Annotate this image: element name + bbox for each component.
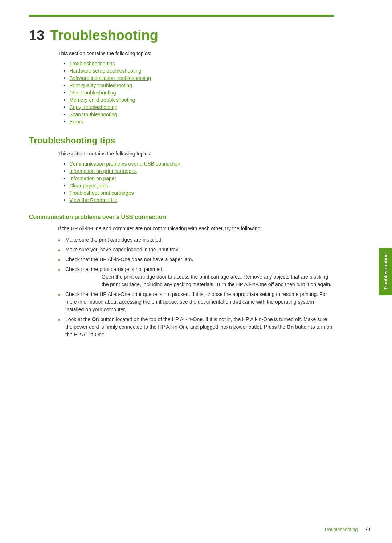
main-content: 13Troubleshooting This section contains … [0,0,356,543]
sub-bullet-text-4: Open the print cartridge door to access … [102,273,334,288]
toc-item: Information on print cartridges [64,168,334,174]
page-container: 13Troubleshooting This section contains … [0,0,392,543]
toc-link-info-paper[interactable]: Information on paper [69,175,116,181]
footer-content: Troubleshooting 79 [324,527,370,532]
bullet-text-3: Check that the HP All-in-One does not ha… [65,256,193,262]
toc-item: Errors [64,119,334,125]
bullet-item-5: Check that the HP All-in-One print queue… [58,291,334,313]
toc-item: Communication problems over a USB connec… [64,161,334,167]
toc-link-print-quality[interactable]: Print quality troubleshooting [69,82,132,88]
toc-item: Software installation troubleshooting [64,75,334,81]
toc-link-copy-troubleshooting[interactable]: Copy troubleshooting [69,104,117,110]
toc-link-scan-troubleshooting[interactable]: Scan troubleshooting [69,112,117,117]
sidebar-tab: Troubleshooting [379,248,392,295]
toc-item: Hardware setup troubleshooting [64,68,334,74]
toc-link-software-install[interactable]: Software installation troubleshooting [69,75,151,81]
toc-item: Memory card troubleshooting [64,97,334,103]
toc-item: Clear paper jams [64,183,334,189]
bullet-text-1: Make sure the print cartridges are insta… [65,237,163,243]
toc-link-hardware-setup[interactable]: Hardware setup troubleshooting [69,68,141,74]
toc-item: Information on paper [64,175,334,181]
toc-link-troubleshooting-tips[interactable]: Troubleshooting tips [69,61,115,66]
chapter-word: Troubleshooting [50,28,158,43]
section-title-troubleshooting-tips: Troubleshooting tips [29,135,334,146]
bold-on-2: On [287,324,294,330]
toc-link-print-troubleshooting[interactable]: Print troubleshooting [69,90,116,96]
bullet-text-2: Make sure you have paper loaded in the i… [65,247,179,252]
bullet-item-3: Check that the HP All-in-One does not ha… [58,256,334,263]
bullet-item-2: Make sure you have paper loaded in the i… [58,246,334,254]
subsection1-bullet-list: Make sure the print cartridges are insta… [58,236,334,339]
footer-section-name: Troubleshooting [324,527,358,532]
chapter-title: 13Troubleshooting [29,28,334,43]
subsection-title-usb-comm: Communication problems over a USB connec… [29,214,334,220]
top-border [29,15,334,17]
chapter-number: 13 [29,28,44,43]
toc-link-readme[interactable]: View the Readme file [69,197,117,203]
section1-toc-list: Communication problems over a USB connec… [64,161,334,203]
toc-link-errors[interactable]: Errors [69,119,83,125]
section1-intro-text: This section contains the following topi… [58,151,334,157]
footer: Troubleshooting 79 [0,527,392,532]
toc-item: Print troubleshooting [64,90,334,96]
toc-link-usb-comm[interactable]: Communication problems over a USB connec… [69,161,180,167]
toc-item: Print quality troubleshooting [64,82,334,88]
toc-item: Scan troubleshooting [64,112,334,117]
toc-link-info-cartridges[interactable]: Information on print cartridges [69,168,137,174]
toc-link-clear-jams[interactable]: Clear paper jams [69,183,108,189]
bullet-text-6: Look at the On button located on the top… [65,316,332,337]
bullet-text-5: Check that the HP All-in-One print queue… [65,291,327,312]
toc-item: Troubleshooting tips [64,61,334,66]
footer-page-number: 79 [365,527,370,532]
bold-on-1: On [92,316,99,322]
toc-link-troubleshoot-cartridges[interactable]: Troubleshoot print cartridges [69,190,134,196]
toc-item: Troubleshoot print cartridges [64,190,334,196]
toc-item: View the Readme file [64,197,334,203]
chapter-toc-list: Troubleshooting tips Hardware setup trou… [64,61,334,125]
bullet-item-1: Make sure the print cartridges are insta… [58,236,334,244]
bullet-item-4: Check that the print carriage is not jam… [58,266,334,288]
sidebar-tab-label: Troubleshooting [383,253,388,290]
bullet-item-6: Look at the On button located on the top… [58,316,334,339]
bullet-text-4: Check that the print carriage is not jam… [65,266,164,272]
toc-item: Copy troubleshooting [64,104,334,110]
chapter-intro-text: This section contains the following topi… [58,50,334,56]
toc-link-memory-card[interactable]: Memory card troubleshooting [69,97,135,103]
subsection1-intro: If the HP All-in-One and computer are no… [58,225,334,232]
